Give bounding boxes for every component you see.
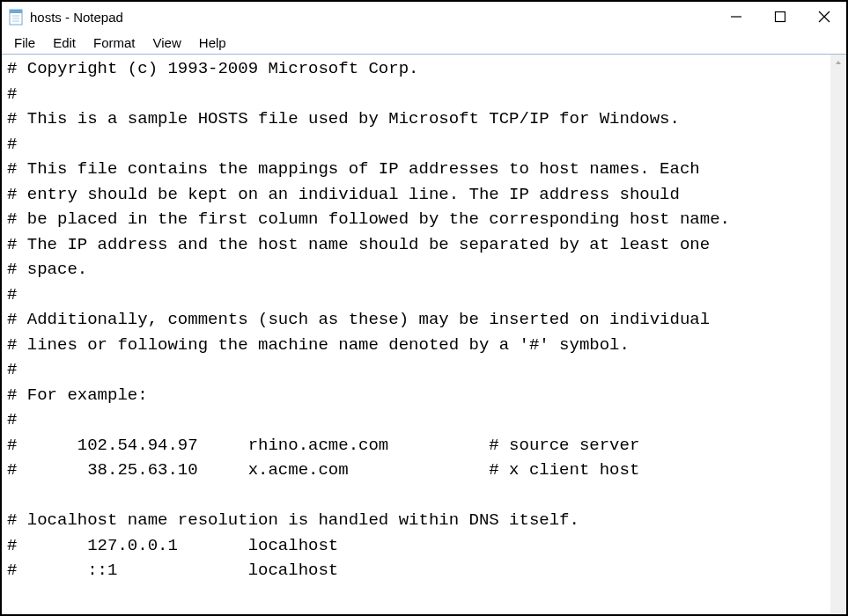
menu-format[interactable]: Format bbox=[85, 33, 144, 52]
maximize-button[interactable] bbox=[758, 2, 802, 32]
menu-help[interactable]: Help bbox=[190, 33, 235, 52]
svg-rect-6 bbox=[776, 12, 785, 22]
menu-bar: File Edit Format View Help bbox=[2, 32, 846, 55]
svg-rect-1 bbox=[10, 10, 22, 13]
notepad-icon bbox=[9, 8, 25, 26]
vertical-scrollbar[interactable] bbox=[830, 55, 846, 614]
window-controls bbox=[714, 2, 846, 32]
close-button[interactable] bbox=[802, 2, 846, 32]
menu-view[interactable]: View bbox=[144, 33, 190, 52]
menu-edit[interactable]: Edit bbox=[44, 33, 85, 52]
title-bar: hosts - Notepad bbox=[2, 2, 846, 32]
window-title: hosts - Notepad bbox=[30, 10, 714, 25]
scroll-up-arrow[interactable] bbox=[830, 55, 846, 70]
text-editor[interactable]: # Copyright (c) 1993-2009 Microsoft Corp… bbox=[2, 55, 830, 614]
minimize-button[interactable] bbox=[714, 2, 758, 32]
editor-wrap: # Copyright (c) 1993-2009 Microsoft Corp… bbox=[2, 55, 846, 614]
menu-file[interactable]: File bbox=[5, 33, 44, 52]
